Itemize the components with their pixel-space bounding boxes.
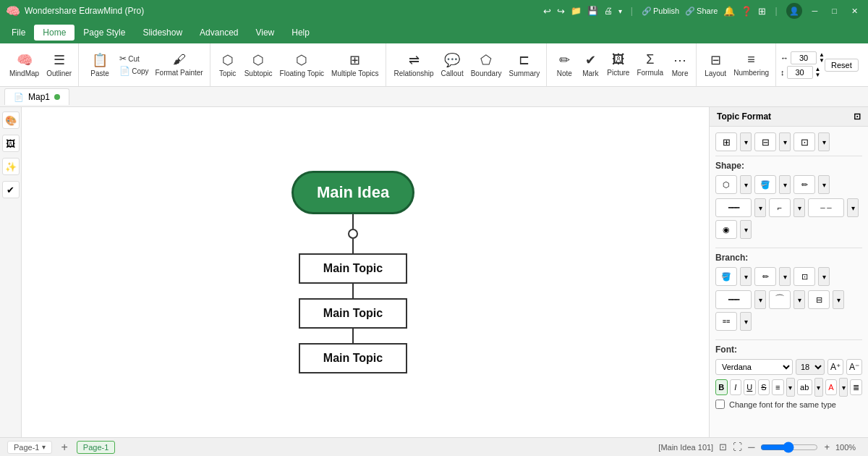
topic-btn[interactable]: ⬡ Topic bbox=[215, 46, 241, 84]
highlight-chevron[interactable]: ▾ bbox=[814, 378, 823, 397]
menu-file[interactable]: File bbox=[3, 25, 34, 41]
branch-width-chevron[interactable]: ▾ bbox=[740, 312, 752, 331]
paste-btn[interactable]: 📋 Paste bbox=[83, 46, 116, 84]
layout-btn[interactable]: ⊟ Layout bbox=[701, 46, 730, 84]
branch-edit-btn[interactable]: ✏ bbox=[754, 267, 776, 286]
height-down-arrow[interactable]: ▼ bbox=[815, 72, 821, 78]
align-btn[interactable]: ≡ bbox=[772, 379, 784, 395]
menu-home[interactable]: Home bbox=[34, 25, 75, 41]
format-painter-btn[interactable]: 🖌 Format Painter bbox=[152, 46, 207, 84]
width-down-arrow[interactable]: ▼ bbox=[819, 58, 825, 64]
formula-btn[interactable]: Σ Formula bbox=[633, 46, 667, 84]
picture-btn[interactable]: 🖼 Picture bbox=[603, 46, 633, 84]
strikethrough-btn[interactable]: S bbox=[758, 379, 770, 395]
menu-slideshow[interactable]: Slideshow bbox=[134, 25, 191, 41]
shape-fill-chevron[interactable]: ▾ bbox=[740, 175, 752, 194]
fullscreen-btn[interactable]: ⛶ bbox=[733, 442, 742, 452]
collapse-circle[interactable] bbox=[348, 229, 358, 239]
branch-line-chevron[interactable]: ▾ bbox=[754, 290, 766, 309]
menu-advanced[interactable]: Advanced bbox=[191, 25, 247, 41]
bold-btn[interactable]: B bbox=[715, 379, 728, 395]
zoom-out-btn[interactable]: ─ bbox=[748, 442, 754, 452]
floating-topic-btn[interactable]: ⬡ Floating Topic bbox=[276, 46, 328, 84]
branch-width-btn[interactable]: ≡≡ bbox=[715, 312, 737, 331]
left-panel-btn-2[interactable]: 🖼 bbox=[2, 135, 20, 152]
shape-color-btn[interactable]: 🪣 bbox=[754, 175, 776, 194]
open-btn[interactable]: 📁 bbox=[571, 6, 582, 16]
summary-btn[interactable]: ⊏ Summary bbox=[506, 46, 544, 84]
menu-page-style[interactable]: Page Style bbox=[75, 25, 134, 41]
zoom-slider[interactable] bbox=[760, 442, 818, 453]
shape-edit-btn[interactable]: ✏ bbox=[793, 175, 815, 194]
change-font-checkbox[interactable] bbox=[715, 400, 725, 409]
layout-style-chevron-1[interactable]: ▾ bbox=[740, 132, 752, 151]
shape-shadow-btn[interactable]: ◉ bbox=[715, 220, 737, 239]
user-avatar[interactable]: 👤 bbox=[786, 3, 802, 19]
cut-btn[interactable]: ✂ Cut bbox=[116, 53, 151, 64]
branch-curve-btn[interactable]: ⌒ bbox=[769, 290, 791, 309]
shape-shadow-chevron[interactable]: ▾ bbox=[740, 220, 752, 239]
add-page-btn[interactable]: + bbox=[61, 441, 67, 454]
branch-line-btn[interactable]: ━━━ bbox=[715, 290, 752, 309]
apps-btn[interactable]: ⊞ bbox=[758, 6, 766, 17]
note-btn[interactable]: ✏ Note bbox=[551, 46, 577, 84]
shape-fill-btn[interactable]: ⬡ bbox=[715, 175, 737, 194]
copy-btn[interactable]: 📄 Copy bbox=[116, 65, 151, 77]
redo-btn[interactable]: ↪ bbox=[557, 6, 565, 17]
main-topic-1[interactable]: Main Topic bbox=[299, 253, 407, 284]
shape-border-chevron[interactable]: ▾ bbox=[754, 198, 766, 217]
menu-view[interactable]: View bbox=[247, 25, 283, 41]
subtopic-btn[interactable]: ⬡ Subtopic bbox=[241, 46, 276, 84]
width-input[interactable]: 30 bbox=[791, 51, 817, 64]
layout-style-chevron-3[interactable]: ▾ bbox=[818, 132, 830, 151]
branch-dir-btn[interactable]: ⊟ bbox=[808, 290, 830, 309]
align-chevron[interactable]: ▾ bbox=[786, 378, 795, 397]
fit-btn[interactable]: ⊡ bbox=[719, 442, 727, 452]
minimize-btn[interactable]: ─ bbox=[808, 7, 822, 15]
active-page-label[interactable]: Page-1 bbox=[77, 441, 115, 454]
mark-btn[interactable]: ✔ Mark bbox=[577, 46, 603, 84]
print-btn[interactable]: 🖨 bbox=[604, 6, 613, 16]
shape-border-style-btn[interactable]: ━━━ bbox=[715, 198, 752, 217]
close-btn[interactable]: ✕ bbox=[847, 7, 862, 16]
branch-color-btn[interactable]: 🪣 bbox=[715, 267, 737, 286]
share-btn[interactable]: 🔗 Share bbox=[685, 7, 718, 16]
zoom-in-btn[interactable]: + bbox=[824, 442, 830, 452]
shape-corner-chevron[interactable]: ▾ bbox=[793, 198, 805, 217]
font-color-chevron[interactable]: ▾ bbox=[839, 378, 848, 397]
layout-style-btn-2[interactable]: ⊟ bbox=[754, 132, 776, 151]
branch-color-chevron[interactable]: ▾ bbox=[740, 267, 752, 286]
decrease-font-btn[interactable]: A⁻ bbox=[846, 359, 862, 375]
maximize-btn[interactable]: □ bbox=[827, 7, 841, 15]
more-btn[interactable]: ⋯ More bbox=[667, 46, 693, 84]
help-btn[interactable]: ❓ bbox=[741, 6, 752, 17]
notification-btn[interactable]: 🔔 bbox=[723, 6, 735, 17]
quick-access-btn[interactable]: ▾ bbox=[618, 7, 622, 15]
panel-expand-icon[interactable]: ⊡ bbox=[854, 111, 861, 122]
left-panel-btn-4[interactable]: ✔ bbox=[2, 181, 20, 198]
branch-curve-chevron[interactable]: ▾ bbox=[793, 290, 805, 309]
boundary-btn[interactable]: ⬠ Boundary bbox=[467, 46, 506, 84]
map-tab[interactable]: 📄 Map1 bbox=[4, 88, 69, 105]
height-input[interactable]: 30 bbox=[787, 66, 813, 79]
more-format-btn[interactable]: ≣ bbox=[850, 379, 862, 395]
outliner-btn[interactable]: ☰ Outliner bbox=[43, 46, 75, 84]
branch-connect-chevron[interactable]: ▾ bbox=[818, 267, 830, 286]
highlight-btn[interactable]: ab bbox=[797, 379, 812, 395]
main-idea-node[interactable]: Main Idea bbox=[292, 171, 414, 214]
save-btn[interactable]: 💾 bbox=[587, 6, 598, 16]
branch-connect-btn[interactable]: ⊡ bbox=[793, 267, 815, 286]
shape-edit-chevron[interactable]: ▾ bbox=[818, 175, 830, 194]
shape-line-style-btn[interactable]: ─ ─ bbox=[808, 198, 844, 217]
font-family-select[interactable]: Verdana bbox=[715, 359, 793, 375]
reset-btn[interactable]: Reset bbox=[825, 59, 859, 72]
branch-dir-chevron[interactable]: ▾ bbox=[833, 290, 844, 309]
page-tab-1[interactable]: Page-1 ▾ bbox=[7, 441, 52, 454]
font-color-btn[interactable]: A bbox=[825, 379, 838, 395]
increase-font-btn[interactable]: A⁺ bbox=[827, 359, 843, 375]
undo-btn[interactable]: ↩ bbox=[543, 6, 551, 17]
left-panel-btn-1[interactable]: 🎨 bbox=[2, 111, 20, 129]
left-panel-btn-3[interactable]: ✨ bbox=[2, 158, 20, 175]
underline-btn[interactable]: U bbox=[744, 379, 756, 395]
numbering-btn[interactable]: ≡ Numbering bbox=[730, 46, 773, 84]
